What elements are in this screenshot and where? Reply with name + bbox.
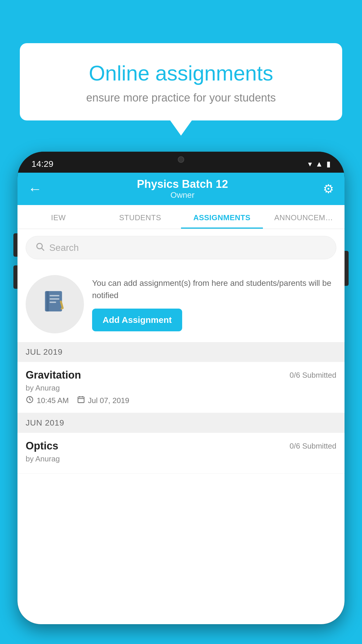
month-header-jul: JUL 2019 bbox=[17, 342, 345, 362]
assignment-item-gravitation[interactable]: Gravitation 0/6 Submitted by Anurag bbox=[17, 362, 345, 413]
time-value-gravitation: 10:45 AM bbox=[37, 396, 69, 405]
svg-rect-10 bbox=[78, 397, 84, 403]
speech-bubble-subtitle: ensure more practice for your students bbox=[36, 92, 326, 104]
phone-container: 14:29 ▾ ▲ ▮ ← Physics Batch 12 Owner ⚙ bbox=[17, 152, 345, 644]
speech-bubble: Online assignments ensure more practice … bbox=[20, 43, 342, 120]
back-button[interactable]: ← bbox=[28, 181, 42, 197]
phone-content: Search bbox=[17, 229, 345, 624]
assignment-item-optics[interactable]: Optics 0/6 Submitted by Anurag bbox=[17, 433, 345, 474]
speech-bubble-container: Online assignments ensure more practice … bbox=[20, 43, 342, 120]
assignment-name-gravitation: Gravitation bbox=[26, 369, 81, 381]
info-description: You can add assignment(s) from here and … bbox=[92, 277, 336, 302]
assignment-name-optics: Optics bbox=[26, 440, 58, 452]
calendar-icon bbox=[77, 396, 85, 406]
tab-announcements[interactable]: ANNOUNCEM… bbox=[263, 205, 345, 229]
info-text-area: You can add assignment(s) from here and … bbox=[92, 277, 336, 331]
assignment-icon-circle bbox=[26, 275, 84, 333]
phone-frame: 14:29 ▾ ▲ ▮ ← Physics Batch 12 Owner ⚙ bbox=[17, 152, 345, 624]
search-icon bbox=[35, 242, 45, 254]
clock-icon bbox=[26, 396, 34, 406]
svg-rect-5 bbox=[50, 298, 59, 300]
volume-down-button bbox=[13, 265, 17, 289]
batch-title: Physics Batch 12 bbox=[42, 178, 323, 190]
search-bar[interactable]: Search bbox=[26, 236, 336, 259]
settings-button[interactable]: ⚙ bbox=[323, 182, 334, 196]
batch-subtitle: Owner bbox=[42, 190, 323, 200]
tab-assignments[interactable]: ASSIGNMENTS bbox=[181, 205, 263, 229]
info-section: You can add assignment(s) from here and … bbox=[17, 266, 345, 342]
status-icons: ▾ ▲ ▮ bbox=[308, 160, 331, 169]
app-header: ← Physics Batch 12 Owner ⚙ bbox=[17, 173, 345, 205]
search-placeholder: Search bbox=[49, 242, 79, 253]
svg-point-0 bbox=[37, 243, 42, 249]
volume-up-button bbox=[13, 233, 17, 257]
assignment-by-optics: by Anurag bbox=[26, 454, 336, 463]
svg-line-1 bbox=[42, 249, 44, 251]
header-title-area: Physics Batch 12 Owner bbox=[42, 178, 323, 200]
wifi-icon: ▾ bbox=[308, 160, 312, 169]
svg-rect-4 bbox=[50, 295, 59, 296]
battery-icon: ▮ bbox=[326, 160, 331, 169]
assignment-submitted-optics: 0/6 Submitted bbox=[290, 442, 336, 451]
assignment-meta-gravitation: 10:45 AM Jul 07, 201 bbox=[26, 396, 336, 406]
status-time: 14:29 bbox=[31, 159, 53, 169]
assignment-top-row: Gravitation 0/6 Submitted bbox=[26, 369, 336, 381]
add-assignment-button[interactable]: Add Assignment bbox=[92, 309, 182, 331]
notebook-icon bbox=[42, 288, 68, 320]
month-label-jun: JUN 2019 bbox=[26, 418, 64, 427]
status-bar: 14:29 ▾ ▲ ▮ bbox=[17, 152, 345, 173]
phone-notch bbox=[155, 152, 207, 167]
svg-rect-3 bbox=[46, 291, 49, 312]
assignment-time-gravitation: 10:45 AM bbox=[26, 396, 69, 406]
month-label-jul: JUL 2019 bbox=[26, 347, 63, 356]
month-header-jun: JUN 2019 bbox=[17, 413, 345, 433]
phone-inner: 14:29 ▾ ▲ ▮ ← Physics Batch 12 Owner ⚙ bbox=[17, 152, 345, 624]
tab-students[interactable]: STUDENTS bbox=[99, 205, 181, 229]
assignment-top-row-optics: Optics 0/6 Submitted bbox=[26, 440, 336, 452]
power-button bbox=[345, 251, 349, 286]
signal-icon: ▲ bbox=[315, 160, 323, 169]
speech-bubble-title: Online assignments bbox=[36, 61, 326, 86]
assignment-date-gravitation: Jul 07, 2019 bbox=[77, 396, 129, 406]
svg-rect-6 bbox=[50, 302, 56, 303]
date-value-gravitation: Jul 07, 2019 bbox=[88, 396, 129, 405]
tab-overview[interactable]: IEW bbox=[17, 205, 99, 229]
camera-dot bbox=[178, 156, 184, 163]
assignment-by-gravitation: by Anurag bbox=[26, 384, 336, 393]
tabs-container: IEW STUDENTS ASSIGNMENTS ANNOUNCEM… bbox=[17, 205, 345, 229]
assignment-submitted-gravitation: 0/6 Submitted bbox=[290, 371, 336, 380]
